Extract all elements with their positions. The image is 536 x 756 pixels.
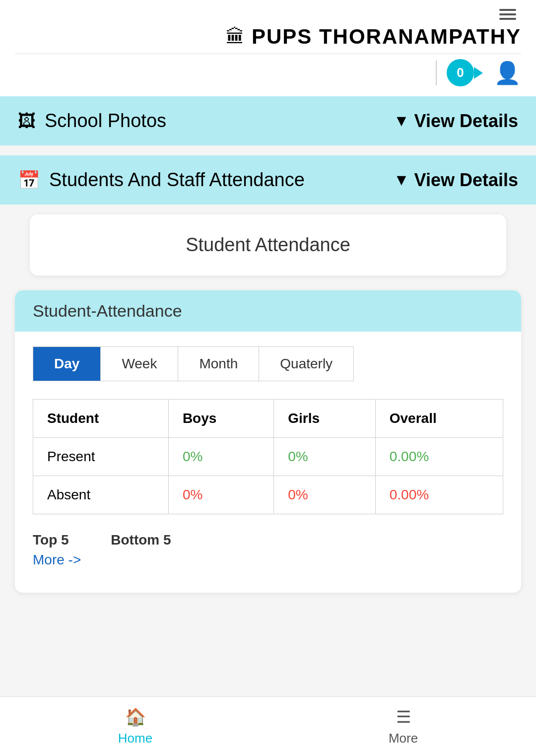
- home-icon: 🏠: [125, 707, 146, 727]
- school-building-icon: 🏛: [226, 26, 245, 48]
- table-header-row: Student Boys Girls Overall: [33, 400, 503, 438]
- hamburger-menu-button[interactable]: [499, 9, 516, 20]
- tab-quarterly[interactable]: Quaterly: [259, 347, 353, 381]
- attendance-table: Student Boys Girls Overall Present 0% 0%…: [33, 399, 503, 514]
- present-girls: 0%: [274, 438, 376, 476]
- attendance-section: Student-Attendance Day Week Month Quater…: [15, 290, 521, 593]
- student-attendance-card[interactable]: Student Attendance: [30, 214, 506, 275]
- school-photos-banner-left: 🖼 School Photos: [18, 110, 166, 132]
- school-photos-title: School Photos: [45, 110, 166, 132]
- students-staff-attendance-banner: 📅 Students And Staff Attendance ▼ View D…: [0, 155, 536, 205]
- col-overall: Overall: [375, 400, 503, 438]
- bottom-nav: 🏠 Home ☰ More: [0, 696, 536, 756]
- absent-boys: 0%: [168, 476, 273, 514]
- school-photos-banner: 🖼 School Photos ▼ View Details: [0, 96, 536, 145]
- table-row: Absent 0% 0% 0.00%: [33, 476, 503, 514]
- chevron-down-icon-2: ▼: [394, 171, 409, 189]
- bottom-nav-home[interactable]: 🏠 Home: [118, 707, 152, 746]
- bottom-nav-more-label: More: [389, 731, 418, 746]
- notification-chevron-arrow: [474, 67, 483, 79]
- attendance-action-label: View Details: [414, 170, 518, 191]
- tab-week[interactable]: Week: [101, 347, 178, 381]
- school-photos-view-details[interactable]: ▼ View Details: [394, 111, 518, 132]
- top5-label: Top 5: [33, 532, 81, 548]
- header: 🏛 PUPS THORANAMPATHY 0 👤: [0, 0, 536, 96]
- tab-month[interactable]: Month: [178, 347, 259, 381]
- attendance-body: Day Week Month Quaterly Student Boys Gir…: [15, 332, 521, 593]
- bottom5-label: Bottom 5: [111, 532, 171, 548]
- attendance-view-details[interactable]: ▼ View Details: [394, 170, 518, 191]
- student-attendance-card-title: Student Attendance: [186, 234, 350, 255]
- photo-icon: 🖼: [18, 111, 36, 132]
- col-student: Student: [33, 400, 169, 438]
- header-actions-row: 0 👤: [15, 54, 521, 96]
- chevron-down-icon: ▼: [394, 112, 409, 130]
- attendance-banner-title: Students And Staff Attendance: [49, 169, 305, 191]
- present-boys: 0%: [168, 438, 273, 476]
- table-row: Present 0% 0% 0.00%: [33, 438, 503, 476]
- user-profile-icon[interactable]: 👤: [494, 60, 521, 86]
- header-title-row: 🏛 PUPS THORANAMPATHY: [15, 20, 521, 54]
- more-icon: ☰: [396, 707, 411, 727]
- notification-badge[interactable]: 0: [447, 59, 474, 86]
- bottom-nav-home-label: Home: [118, 731, 152, 746]
- col-girls: Girls: [274, 400, 376, 438]
- attendance-banner-left: 📅 Students And Staff Attendance: [18, 169, 305, 191]
- attendance-section-title: Student-Attendance: [33, 301, 182, 320]
- top-bottom-row: Top 5 More -> Bottom 5: [33, 532, 503, 568]
- calendar-icon: 📅: [18, 170, 40, 191]
- vertical-divider: [436, 61, 437, 85]
- absent-label: Absent: [33, 476, 169, 514]
- attendance-tabs: Day Week Month Quaterly: [33, 346, 354, 381]
- more-link[interactable]: More ->: [33, 552, 81, 567]
- notification-wrapper: 0: [447, 59, 474, 86]
- absent-girls: 0%: [274, 476, 376, 514]
- absent-overall: 0.00%: [375, 476, 503, 514]
- school-photos-action-label: View Details: [414, 111, 518, 132]
- present-label: Present: [33, 438, 169, 476]
- school-name: PUPS THORANAMPATHY: [252, 25, 521, 49]
- top5-section: Top 5 More ->: [33, 532, 81, 568]
- hamburger-area: [499, 0, 521, 20]
- notification-count: 0: [457, 65, 464, 80]
- bottom-nav-more[interactable]: ☰ More: [389, 707, 418, 746]
- tab-day[interactable]: Day: [33, 347, 101, 381]
- bottom5-section: Bottom 5: [111, 532, 171, 568]
- col-boys: Boys: [168, 400, 273, 438]
- attendance-section-header: Student-Attendance: [15, 290, 521, 332]
- hamburger-line-2: [499, 13, 516, 15]
- hamburger-line-1: [499, 9, 516, 11]
- present-overall: 0.00%: [375, 438, 503, 476]
